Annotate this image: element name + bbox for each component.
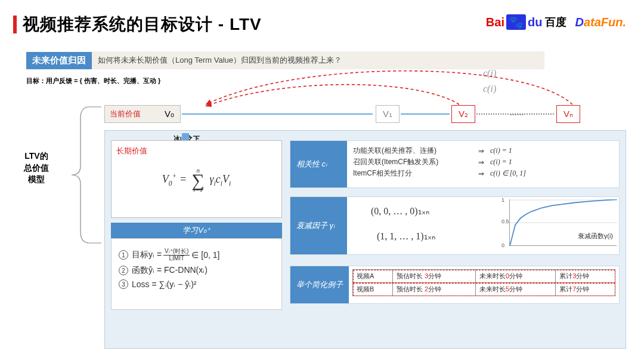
c-i-label-1: c(i) — [483, 68, 496, 79]
subtitle-row: 未来价值归因 如何将未来长期价值（Long Term Value）归因到当前的视… — [26, 51, 544, 69]
sequence-row: 当前价值 V₀ V₁ V₂ …… Vₙ — [104, 105, 626, 129]
vn-box: Vₙ — [556, 105, 580, 123]
ltv-model-label: LTV的 总价值 模型 — [24, 150, 49, 186]
example-table: 视频A 预估时长 3分钟 未来时长0分钟 累计3分钟 视频B 预估时长 2分钟 … — [352, 269, 615, 296]
c-i-label-2: c(i) — [483, 84, 496, 94]
decay-head: 衰减因子 γᵢ — [290, 197, 347, 254]
v0-label: V₀ — [165, 109, 174, 119]
decay-body: (0, 0, … , 0)₁ₓₙ (1, 1, … , 1)₁ₓₙ 1 0.5 … — [347, 197, 619, 254]
decay-chart: 1 0.5 0 衰减函数γ(i) — [509, 199, 617, 246]
learn-row-2: 2函数ŷᵢ = FC-DNN(xᵢ) — [119, 265, 275, 276]
example-head: 举个简化例子 — [290, 266, 349, 303]
relevance-body: 功能关联(相关推荐、连播)⇒c(i) = 1 召回关联(ItemCF触发关系)⇒… — [347, 141, 619, 187]
logo-row: Bai🐾du 百度 DataFun. — [486, 14, 626, 30]
long-term-value-box: 长期价值 V0+ = n ∑ i=1 γiciVi — [111, 140, 282, 218]
seq-dotted-line — [476, 113, 554, 115]
learn-box: 1 目标yᵢ = Vᵢ⁺(时长)LIMIT ∈ [0, 1] 2函数ŷᵢ = F… — [111, 238, 282, 310]
learn-row-1: 1 目标yᵢ = Vᵢ⁺(时长)LIMIT ∈ [0, 1] — [119, 248, 275, 262]
seq-dots: …… — [510, 109, 524, 117]
model-container: 冰山之下 长期价值 V0+ = n ∑ i=1 γiciVi 学习V₀⁺ 1 目… — [104, 130, 626, 349]
paw-icon: 🐾 — [506, 14, 526, 30]
sum-formula: V0+ = n ∑ i=1 γiciVi — [116, 167, 277, 193]
seq-arrow-1 — [182, 113, 373, 115]
attribution-tag: 未来价值归因 — [26, 52, 92, 69]
relevance-block: 相关性 cᵢ 功能关联(相关推荐、连播)⇒c(i) = 1 召回关联(ItemC… — [290, 140, 620, 188]
table-row: 视频A 预估时长 3分钟 未来时长0分钟 累计3分钟 — [353, 270, 615, 283]
example-block: 举个简化例子 视频A 预估时长 3分钟 未来时长0分钟 累计3分钟 视频B 预估… — [290, 266, 620, 304]
relevance-head: 相关性 cᵢ — [290, 141, 347, 187]
seq-arrow-2 — [401, 113, 450, 115]
example-body: 视频A 预估时长 3分钟 未来时长0分钟 累计3分钟 视频B 预估时长 2分钟 … — [349, 266, 619, 303]
title-accent — [13, 16, 17, 33]
learn-header: 学习V₀⁺ — [111, 223, 282, 238]
long-term-label: 长期价值 — [116, 146, 277, 156]
learn-row-3: 3Loss = ∑ᵢ(yᵢ − ŷᵢ)² — [119, 279, 275, 289]
v2-box: V₂ — [451, 105, 475, 123]
decay-block: 衰减因子 γᵢ (0, 0, … , 0)₁ₓₙ (1, 1, … , 1)₁ₓ… — [290, 196, 620, 255]
table-row: 视频B 预估时长 2分钟 未来时长5分钟 累计7分钟 — [353, 283, 615, 296]
v1-box: V₁ — [376, 105, 400, 123]
page-title: 视频推荐系统的目标设计 - LTV — [23, 13, 262, 36]
current-value-box: 当前价值 V₀ — [104, 105, 181, 123]
decay-fn-label: 衰减函数γ(i) — [578, 232, 613, 241]
datafun-logo: DataFun. — [575, 16, 626, 29]
goal-line: 目标：用户反馈 = { 伤害、时长、完播、互动 } — [26, 76, 160, 85]
baidu-logo: Bai🐾du 百度 — [486, 14, 567, 30]
attribution-question: 如何将未来长期价值（Long Term Value）归因到当前的视频推荐上来？ — [92, 51, 544, 69]
ltv-bracket — [69, 106, 101, 244]
title-bar: 视频推荐系统的目标设计 - LTV — [13, 13, 262, 36]
